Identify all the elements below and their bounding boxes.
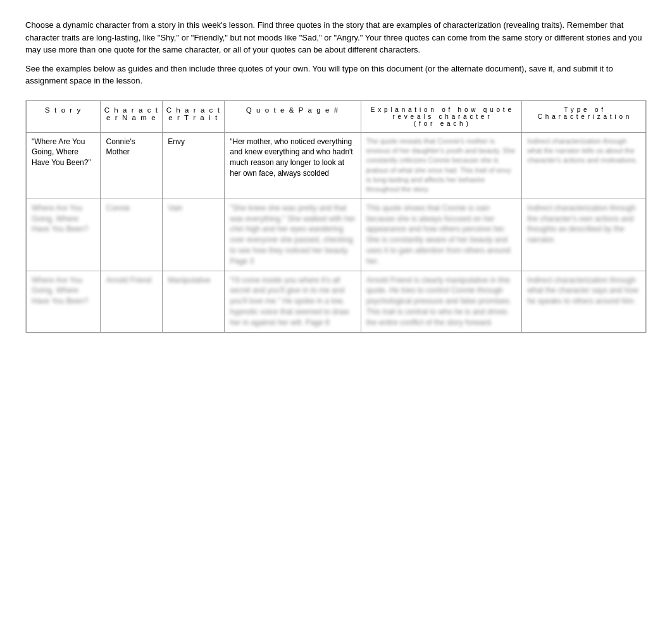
char-trait-cell-1: Envy bbox=[163, 132, 225, 199]
quote-cell-2: "She knew she was pretty and that was ev… bbox=[225, 199, 361, 271]
quote-cell-3: "I'll come inside you where it's all sec… bbox=[225, 271, 361, 332]
table-header-row: S t o r y C h a r a c t e r N a m e C h … bbox=[27, 101, 646, 132]
header-char-trait: C h a r a c t e r T r a i t bbox=[163, 101, 225, 132]
type-cell-1: Indirect characterization through what t… bbox=[522, 132, 646, 199]
explanation-cell-1: The quote reveals that Connie's mother i… bbox=[361, 132, 522, 199]
type-cell-2: Indirect characterization through the ch… bbox=[522, 199, 646, 271]
char-name-cell-1: Connie's Mother bbox=[101, 132, 163, 199]
instructions: Choose a dynamic character from a story … bbox=[25, 19, 647, 87]
char-trait-cell-2: Vain bbox=[163, 199, 225, 271]
story-cell-2: Where Are You Going, Where Have You Been… bbox=[27, 199, 101, 271]
story-cell-1: "Where Are You Going, Where Have You Bee… bbox=[27, 132, 101, 199]
instruction-paragraph-2: See the examples below as guides and the… bbox=[25, 63, 647, 87]
header-quote: Q u o t e & P a g e # bbox=[225, 101, 361, 132]
char-name-cell-3: Arnold Friend bbox=[101, 271, 163, 332]
char-trait-cell-3: Manipulative bbox=[163, 271, 225, 332]
explanation-cell-3: Arnold Friend is clearly manipulative in… bbox=[361, 271, 522, 332]
instruction-paragraph-1: Choose a dynamic character from a story … bbox=[25, 19, 647, 56]
header-type: T y p e o fC h a r a c t e r i z a t i o… bbox=[522, 101, 646, 132]
table-row: Where Are You Going, Where Have You Been… bbox=[27, 199, 646, 271]
type-cell-3: Indirect characterization through what t… bbox=[522, 271, 646, 332]
quote-cell-1: "Her mother, who noticed everything and … bbox=[225, 132, 361, 199]
char-name-cell-2: Connie bbox=[101, 199, 163, 271]
header-explanation: E x p l a n a t i o n o f h o w q u o t … bbox=[361, 101, 522, 132]
explanation-cell-2: This quote shows that Connie is vain bec… bbox=[361, 199, 522, 271]
characterization-table: S t o r y C h a r a c t e r N a m e C h … bbox=[25, 100, 647, 333]
story-cell-3: Where Are You Going, Where Have You Been… bbox=[27, 271, 101, 332]
table-row: "Where Are You Going, Where Have You Bee… bbox=[27, 132, 646, 199]
table-row: Where Are You Going, Where Have You Been… bbox=[27, 271, 646, 332]
header-char-name: C h a r a c t e r N a m e bbox=[101, 101, 163, 132]
header-story: S t o r y bbox=[27, 101, 101, 132]
